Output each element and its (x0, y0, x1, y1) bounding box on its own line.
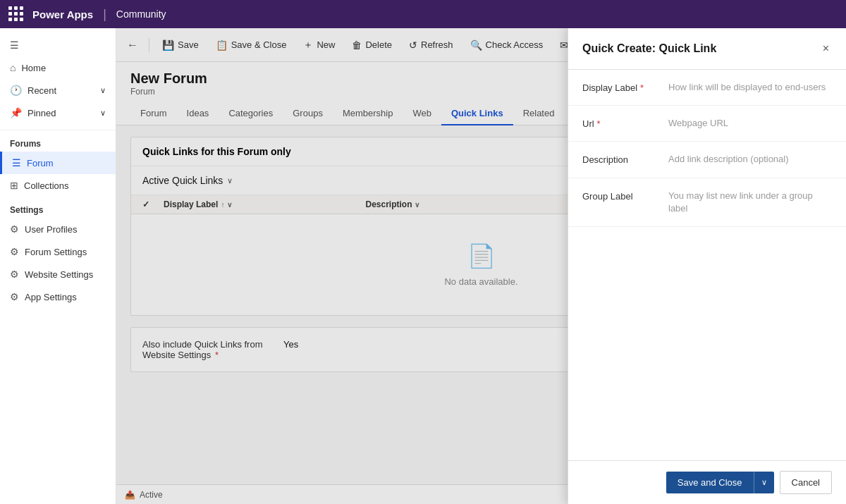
forum-label: Forum (27, 158, 54, 168)
qc-value-description[interactable]: Add link description (optional) (668, 153, 832, 166)
qc-label-url: Url * (582, 117, 660, 129)
status-icon: 📤 (125, 490, 135, 500)
main-layout: ☰ ⌂ Home 🕐 Recent ∨ 📌 Pinned ∨ Forums ☰ … (0, 28, 846, 504)
qc-value-display-label[interactable]: How link will be displayed to end-users (668, 81, 832, 94)
tab-related[interactable]: Related (513, 102, 565, 125)
forum-settings-icon: ⚙ (10, 246, 19, 257)
refresh-label: Refresh (421, 39, 453, 50)
collections-label: Collections (24, 180, 69, 191)
user-profiles-icon: ⚙ (10, 223, 19, 235)
delete-button[interactable]: 🗑 Delete (345, 35, 399, 55)
qc-value-group-label[interactable]: You may list new link under a group labe… (668, 190, 832, 215)
tab-ideas[interactable]: Ideas (177, 102, 219, 125)
qc-footer: Save and Close ∨ Cancel (568, 460, 846, 504)
no-data-text: No data available. (444, 276, 517, 287)
qc-title: Quick Create: Quick Link (582, 42, 716, 55)
qc-save-close-button[interactable]: Save and Close ∨ (666, 472, 774, 493)
qc-value-url[interactable]: Webpage URL (668, 117, 832, 130)
recent-chevron: ∨ (100, 86, 106, 95)
save-button[interactable]: 💾 Save (155, 35, 206, 55)
settings-section-label: Settings (0, 197, 116, 218)
collections-icon: ⊞ (10, 180, 18, 191)
recent-label: Recent (27, 85, 56, 96)
topbar-divider: | (103, 7, 106, 22)
check-access-icon: 🔍 (470, 39, 482, 51)
qc-save-chevron-icon[interactable]: ∨ (754, 472, 774, 493)
tab-groups[interactable]: Groups (283, 102, 333, 125)
forum-icon: ☰ (12, 157, 21, 168)
close-icon: × (823, 42, 829, 54)
user-profiles-label: User Profiles (25, 224, 77, 235)
pinned-icon: 📌 (10, 107, 22, 118)
website-settings-icon: ⚙ (10, 269, 19, 280)
active-ql-chevron: ∨ (227, 176, 233, 185)
also-include-label: Also include Quick Links from Website Se… (142, 339, 269, 360)
new-icon: ＋ (303, 39, 313, 51)
delete-icon: 🗑 (352, 39, 362, 51)
pinned-label: Pinned (27, 108, 56, 118)
col-display-label[interactable]: Display Label ↑ ∨ (164, 199, 365, 209)
sidebar-item-home[interactable]: ⌂ Home (0, 56, 116, 79)
status-text: Active (140, 490, 163, 500)
description-filter-icon[interactable]: ∨ (415, 201, 419, 209)
top-bar: Power Apps | Community (0, 0, 846, 28)
qc-cancel-button[interactable]: Cancel (780, 471, 832, 494)
also-include-value: Yes (283, 339, 298, 350)
app-name: Power Apps (32, 8, 93, 20)
menu-icon: ☰ (10, 39, 19, 51)
sidebar-item-forum-settings[interactable]: ⚙ Forum Settings (0, 240, 116, 263)
also-include-required-star: * (215, 350, 219, 360)
app-settings-icon: ⚙ (10, 291, 19, 302)
app-grid-icon[interactable] (8, 6, 24, 22)
sidebar-top-section: ☰ ⌂ Home 🕐 Recent ∨ 📌 Pinned ∨ (0, 28, 116, 130)
col-description[interactable]: Description ∨ (365, 199, 567, 209)
qc-field-display-label: Display Label * How link will be display… (568, 70, 846, 106)
display-label-sort-icon[interactable]: ↑ (221, 201, 224, 209)
tab-web[interactable]: Web (403, 102, 441, 125)
app-settings-label: App Settings (25, 292, 77, 302)
sidebar-item-app-settings[interactable]: ⚙ App Settings (0, 285, 116, 308)
home-icon: ⌂ (10, 62, 16, 73)
sidebar-item-user-profiles[interactable]: ⚙ User Profiles (0, 218, 116, 240)
display-label-filter-icon[interactable]: ∨ (227, 201, 232, 209)
qc-close-button[interactable]: × (820, 39, 832, 58)
qc-label-group-label: Group Label (582, 190, 660, 202)
tab-categories[interactable]: Categories (219, 102, 283, 125)
col-check: ✓ (142, 199, 164, 209)
qc-cancel-label: Cancel (792, 477, 820, 488)
sidebar-item-collections[interactable]: ⊞ Collections (0, 174, 116, 197)
sidebar-item-pinned[interactable]: 📌 Pinned ∨ (0, 102, 116, 124)
qc-field-group-label: Group Label You may list new link under … (568, 178, 846, 227)
qc-header: Quick Create: Quick Link × (568, 28, 846, 70)
sidebar-menu-btn[interactable]: ☰ (0, 34, 116, 56)
tab-quick-links[interactable]: Quick Links (441, 102, 513, 125)
sidebar-item-forum[interactable]: ☰ Forum (0, 152, 116, 174)
check-access-button[interactable]: 🔍 Check Access (463, 35, 551, 55)
quick-create-panel: Quick Create: Quick Link × Display Label… (568, 28, 846, 504)
refresh-button[interactable]: ↺ Refresh (402, 35, 460, 55)
save-close-icon: 📋 (216, 39, 228, 51)
qc-body: Display Label * How link will be display… (568, 70, 846, 460)
tab-forum[interactable]: Forum (130, 102, 177, 125)
back-button[interactable]: ← (122, 35, 143, 56)
sidebar-item-recent[interactable]: 🕐 Recent ∨ (0, 79, 116, 102)
quick-links-section-title: Quick Links for this Forum only (142, 146, 291, 157)
qc-field-url: Url * Webpage URL (568, 106, 846, 142)
forum-settings-label: Forum Settings (25, 247, 87, 257)
qc-label-display-label: Display Label * (582, 81, 660, 93)
qc-save-close-label: Save and Close (666, 472, 754, 493)
tab-membership[interactable]: Membership (333, 102, 403, 125)
save-label: Save (178, 39, 199, 50)
recent-icon: 🕐 (10, 85, 22, 96)
refresh-icon: ↺ (409, 39, 417, 51)
new-button[interactable]: ＋ New (296, 35, 342, 56)
active-quick-links-label: Active Quick Links (142, 175, 223, 186)
save-icon: 💾 (162, 39, 174, 51)
pinned-chevron: ∨ (100, 109, 106, 118)
display-label-col-text: Display Label (164, 199, 218, 209)
qc-label-description: Description (582, 153, 660, 165)
sidebar: ☰ ⌂ Home 🕐 Recent ∨ 📌 Pinned ∨ Forums ☰ … (0, 28, 116, 504)
save-close-button[interactable]: 📋 Save & Close (209, 35, 294, 55)
home-label: Home (21, 63, 46, 73)
sidebar-item-website-settings[interactable]: ⚙ Website Settings (0, 263, 116, 285)
